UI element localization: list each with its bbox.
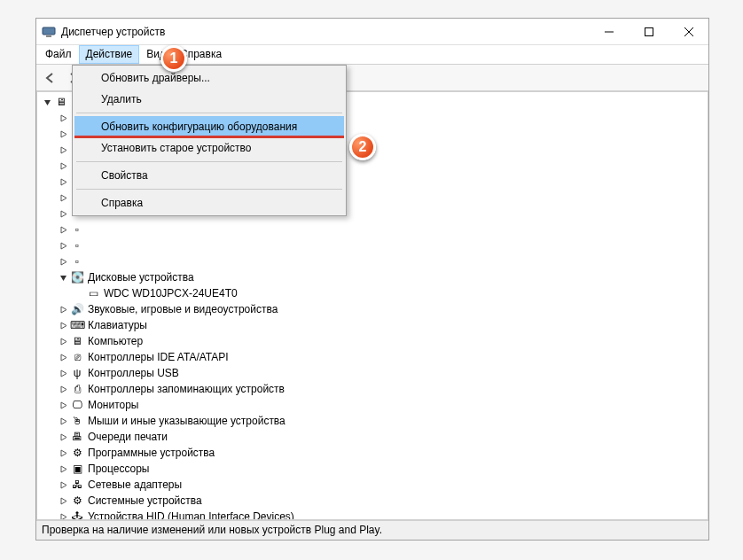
tree-node-label: Контроллеры USB <box>88 367 179 379</box>
tree-row[interactable]: ▣Процессоры <box>37 461 708 477</box>
tree-row[interactable]: ⌨Клавиатуры <box>37 317 708 333</box>
tree-node-label: Дисковые устройства <box>88 271 194 284</box>
chevron-right-icon[interactable] <box>57 322 70 330</box>
back-button[interactable] <box>40 67 61 89</box>
usb-icon: ψ <box>70 366 84 380</box>
menu-item[interactable]: Обновить конфигурацию оборудования <box>74 116 344 137</box>
svg-rect-1 <box>46 35 51 37</box>
hdd-icon: ▭ <box>86 286 100 300</box>
tree-node-label: Компьютер <box>88 335 143 347</box>
menu-item[interactable]: Установить старое устройство <box>74 137 344 159</box>
close-button[interactable] <box>669 19 708 45</box>
tree-node-label: Контроллеры IDE ATA/ATAPI <box>88 351 229 363</box>
tree-row[interactable]: 🖧Сетевые адаптеры <box>37 477 708 493</box>
chevron-right-icon[interactable] <box>57 481 70 489</box>
system-icon: ⚙ <box>70 494 84 508</box>
device-manager-window: Диспетчер устройств Файл Действие Вид Сп… <box>35 18 709 541</box>
chevron-down-icon[interactable] <box>57 274 70 282</box>
tree-row[interactable]: 🖱Мыши и иные указывающие устройства <box>37 413 708 429</box>
tree-row[interactable]: 🖶Очереди печати <box>37 429 708 445</box>
cpu-icon: ▣ <box>70 462 84 476</box>
audio-icon: 🔊 <box>70 302 84 316</box>
tree-node-label: Мониторы <box>88 399 138 411</box>
window-title: Диспетчер устройств <box>61 26 165 38</box>
software-icon: ⚙ <box>70 446 84 460</box>
minimize-button[interactable] <box>589 19 629 45</box>
disk-icon: 💽 <box>70 270 84 284</box>
status-text: Проверка на наличие изменений или новых … <box>42 524 382 536</box>
chevron-right-icon[interactable] <box>57 354 70 362</box>
tree-row[interactable]: 🖥Компьютер <box>37 333 708 349</box>
menu-separator <box>76 161 342 162</box>
chevron-right-icon[interactable] <box>57 385 70 393</box>
tree-node-label: Мыши и иные указывающие устройства <box>88 415 285 427</box>
chevron-right-icon[interactable] <box>57 513 70 521</box>
network-icon: 🖧 <box>70 478 84 492</box>
tree-node-label: Программные устройства <box>88 447 215 459</box>
tree-node-label: Клавиатуры <box>88 319 147 331</box>
chevron-right-icon[interactable] <box>57 258 70 266</box>
menu-file[interactable]: Файл <box>38 45 79 64</box>
tree-node-label: Сетевые адаптеры <box>88 478 182 491</box>
tree-row[interactable]: ψКонтроллеры USB <box>37 365 708 381</box>
chevron-right-icon[interactable] <box>57 146 70 154</box>
chevron-right-icon[interactable] <box>57 114 70 122</box>
tree-node-label: Системные устройства <box>88 494 202 507</box>
menu-item[interactable]: Обновить драйверы... <box>74 67 344 89</box>
tree-row[interactable]: ⎙Контроллеры запоминающих устройств <box>37 381 708 397</box>
chevron-right-icon[interactable] <box>57 497 70 505</box>
tree-node-label: Процессоры <box>88 463 150 475</box>
chevron-right-icon[interactable] <box>57 226 70 234</box>
tree-row[interactable]: 🔊Звуковые, игровые и видеоустройства <box>37 301 708 317</box>
tree-node-label: Звуковые, игровые и видеоустройства <box>88 303 278 315</box>
tree-row[interactable]: ▭WDC WD10JPCX-24UE4T0 <box>37 285 708 301</box>
device-icon: ▫ <box>70 222 84 237</box>
chevron-right-icon[interactable] <box>57 449 70 457</box>
keyboard-icon: ⌨ <box>70 318 84 332</box>
menu-item[interactable]: Справка <box>74 192 344 214</box>
chevron-right-icon[interactable] <box>57 178 70 186</box>
chevron-right-icon[interactable] <box>57 242 70 250</box>
chevron-right-icon[interactable] <box>57 162 70 170</box>
titlebar: Диспетчер устройств <box>36 19 708 45</box>
chevron-right-icon[interactable] <box>57 210 70 218</box>
chevron-right-icon[interactable] <box>57 194 70 202</box>
menu-item[interactable]: Свойства <box>74 165 344 186</box>
statusbar: Проверка на наличие изменений или новых … <box>36 520 708 540</box>
storage-icon: ⎙ <box>70 382 84 396</box>
tree-row[interactable]: ▫ <box>37 237 708 253</box>
tree-row[interactable]: 💽Дисковые устройства <box>37 269 708 285</box>
maximize-button[interactable] <box>629 19 669 45</box>
svg-rect-0 <box>43 27 55 35</box>
tree-node-label: Очереди печати <box>88 431 168 443</box>
chevron-right-icon[interactable] <box>57 417 70 425</box>
tree-row[interactable]: ⎚Контроллеры IDE ATA/ATAPI <box>37 349 708 365</box>
chevron-down-icon[interactable] <box>41 98 54 106</box>
tree-node-label: Устройства HID (Human Interface Devices) <box>88 510 294 520</box>
app-icon <box>42 25 56 39</box>
chevron-right-icon[interactable] <box>57 433 70 441</box>
menu-separator <box>76 189 342 190</box>
callout-badge-1: 1 <box>160 45 187 72</box>
monitor-icon: 🖵 <box>70 398 84 412</box>
tree-row[interactable]: 🕹Устройства HID (Human Interface Devices… <box>37 509 708 520</box>
hid-icon: 🕹 <box>70 509 84 520</box>
chevron-right-icon[interactable] <box>57 130 70 138</box>
tree-row[interactable]: 🖵Мониторы <box>37 397 708 413</box>
menu-action[interactable]: Действие <box>79 45 140 64</box>
menu-item[interactable]: Удалить <box>74 89 344 110</box>
chevron-right-icon[interactable] <box>57 306 70 314</box>
svg-rect-3 <box>645 27 653 35</box>
tree-row[interactable]: ⚙Программные устройства <box>37 445 708 461</box>
chevron-right-icon[interactable] <box>57 369 70 377</box>
computer-icon: 🖥 <box>70 334 84 348</box>
chevron-right-icon[interactable] <box>57 465 70 473</box>
device-icon: ▫ <box>70 238 84 253</box>
tree-row[interactable]: ▫ <box>37 222 708 237</box>
chevron-right-icon[interactable] <box>57 401 70 409</box>
tree-row[interactable]: ▫ <box>37 253 708 269</box>
chevron-right-icon[interactable] <box>57 338 70 346</box>
window-controls <box>589 19 708 45</box>
tree-row[interactable]: ⚙Системные устройства <box>37 493 708 509</box>
menubar: Файл Действие Вид Справка <box>36 45 708 65</box>
